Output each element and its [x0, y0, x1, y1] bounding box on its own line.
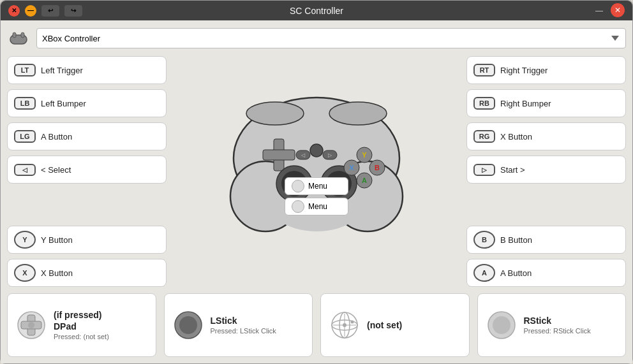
lg-badge: LG: [14, 130, 36, 143]
controller-dropdown[interactable]: XBox Controller: [36, 28, 626, 48]
titlebar-right-controls: — ✕: [592, 3, 625, 18]
rg-row[interactable]: RG X Button: [466, 122, 626, 150]
window-controls: ✕ — ↩ ↪: [8, 5, 82, 17]
y-badge: Y: [14, 231, 36, 249]
a-label: A Button: [500, 268, 532, 278]
close-traffic-light[interactable]: ✕: [8, 5, 20, 17]
rg-badge: RG: [473, 130, 495, 143]
lb-badge: LB: [14, 97, 36, 110]
rstick-title: RStick: [524, 316, 591, 326]
lstick-icon: [172, 309, 204, 341]
bottom-cards-row: (if pressed) DPad Pressed: (not set) LSt…: [7, 293, 626, 357]
notset-text: (not set): [367, 320, 402, 330]
dpad-card[interactable]: (if pressed) DPad Pressed: (not set): [7, 293, 156, 357]
rg-label: X Button: [500, 132, 532, 142]
dpad-icon: [15, 309, 47, 341]
svg-point-9: [329, 102, 387, 125]
menu-label-2: Menu: [308, 202, 327, 211]
svg-rect-2: [21, 33, 24, 38]
window-title: SC Controller: [1, 6, 632, 16]
b-label: B Button: [500, 235, 532, 245]
svg-rect-11: [263, 150, 295, 160]
x-badge: X: [14, 264, 36, 282]
lg-label: A Button: [41, 132, 72, 142]
controller-selector-row: XBox Controller: [7, 27, 626, 50]
menu-circle-icon: [292, 180, 304, 193]
dpad-pressed: Pressed: (not set): [54, 333, 109, 340]
notset-icon: [329, 309, 361, 341]
menu-circle-icon-2: [292, 200, 304, 213]
controller-graphic: Y X B A ◁ ▷: [167, 56, 466, 235]
svg-text:B: B: [375, 164, 380, 171]
left-button-panel: LT Left Trigger LB Left Bumper LG A Butt…: [7, 56, 167, 287]
x-label: X Button: [41, 268, 73, 278]
right-trigger-row[interactable]: RT Right Trigger: [466, 56, 626, 84]
lstick-title: LStick: [211, 316, 276, 326]
svg-text:▷: ▷: [328, 152, 332, 158]
lstick-card[interactable]: LStick Pressed: LStick Click: [164, 293, 313, 357]
notset-card[interactable]: (not set): [320, 293, 470, 357]
svg-point-41: [351, 321, 354, 324]
menu-button-1[interactable]: Menu: [285, 177, 348, 195]
minimize-traffic-light[interactable]: —: [25, 5, 36, 17]
left-spacer: [7, 189, 167, 221]
menu-buttons-area: Menu Menu: [285, 177, 348, 215]
right-bumper-row[interactable]: RB Right Bumper: [466, 89, 626, 117]
minimize-button[interactable]: —: [592, 3, 607, 18]
svg-text:A: A: [362, 177, 367, 184]
svg-point-8: [246, 102, 304, 125]
forward-button[interactable]: ↪: [64, 5, 82, 17]
dpad-text: (if pressed) DPad Pressed: (not set): [54, 310, 109, 340]
menu-button-2[interactable]: Menu: [285, 198, 348, 215]
select-badge: ◁: [14, 164, 36, 176]
back-button[interactable]: ↩: [41, 5, 59, 17]
menu-label-1: Menu: [308, 182, 327, 191]
rt-label: Right Trigger: [500, 66, 547, 75]
lt-badge: LT: [14, 64, 36, 76]
svg-point-28: [310, 144, 323, 157]
lstick-text: LStick Pressed: LStick Click: [211, 316, 276, 335]
controller-type-icon: [7, 27, 30, 50]
y-button-row[interactable]: Y Y Button: [7, 226, 167, 254]
right-spacer: [466, 189, 626, 221]
rstick-pressed: Pressed: RStick Click: [524, 327, 591, 335]
svg-text:X: X: [349, 164, 354, 171]
y-label: Y Button: [41, 235, 73, 245]
a-button-row[interactable]: A A Button: [466, 259, 626, 287]
right-button-panel: RT Right Trigger RB Right Bumper RG X Bu…: [466, 56, 626, 287]
start-label: Start >: [500, 165, 525, 175]
rb-badge: RB: [473, 97, 495, 110]
b-badge: B: [473, 231, 495, 249]
svg-text:Y: Y: [362, 151, 367, 159]
select-label: < Select: [41, 165, 71, 175]
lb-label: Left Bumper: [41, 99, 86, 108]
lg-row[interactable]: LG A Button: [7, 122, 167, 150]
main-content: XBox Controller LT Left Trigger LB Left …: [1, 20, 632, 363]
svg-point-34: [179, 316, 197, 334]
rstick-card[interactable]: RStick Pressed: RStick Click: [477, 293, 627, 357]
svg-rect-1: [13, 33, 16, 38]
svg-point-43: [493, 316, 510, 334]
rt-badge: RT: [473, 64, 495, 76]
left-trigger-row[interactable]: LT Left Trigger: [7, 56, 167, 84]
app-window: ✕ — ↩ ↪ SC Controller — ✕ XBox Controlle…: [0, 0, 633, 364]
select-row[interactable]: ◁ < Select: [7, 156, 167, 184]
rstick-icon: [486, 309, 518, 341]
dpad-subtitle: DPad: [54, 321, 109, 331]
rstick-text: RStick Pressed: RStick Click: [524, 316, 591, 335]
dpad-title: (if pressed): [54, 310, 109, 320]
x-button-row[interactable]: X X Button: [7, 259, 167, 287]
titlebar: ✕ — ↩ ↪ SC Controller — ✕: [1, 1, 632, 20]
start-badge: ▷: [473, 164, 495, 176]
left-bumper-row[interactable]: LB Left Bumper: [7, 89, 167, 117]
a-badge: A: [473, 264, 495, 282]
b-button-row[interactable]: B B Button: [466, 226, 626, 254]
svg-text:◁: ◁: [301, 152, 306, 158]
lstick-pressed: Pressed: LStick Click: [211, 327, 276, 335]
svg-point-32: [28, 322, 34, 328]
notset-title: (not set): [367, 320, 402, 330]
close-button[interactable]: ✕: [611, 3, 625, 17]
rb-label: Right Bumper: [500, 99, 551, 108]
start-row[interactable]: ▷ Start >: [466, 156, 626, 184]
button-mapping-area: LT Left Trigger LB Left Bumper LG A Butt…: [7, 56, 626, 287]
